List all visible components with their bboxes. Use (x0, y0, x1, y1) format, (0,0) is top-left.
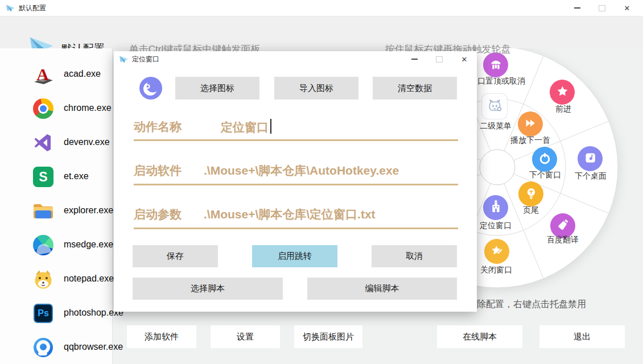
tray-hint: 删除配置，右键点击托盘禁用 (468, 299, 586, 311)
wheel-label-next-window: 下个窗口 (529, 170, 561, 180)
wheel-label-play-next: 播放下一首 (510, 135, 550, 146)
wheel-item-submenu[interactable] (482, 94, 507, 119)
autocad-icon: A (32, 63, 55, 86)
sidebar-item-qqbrowser[interactable]: qqbrowser.exe (0, 330, 112, 364)
sidebar-item-photoshop[interactable]: Ps photoshop.exe (0, 296, 112, 330)
sidebar: A acad.exe chrome.exe devenv.exe S et.ex… (0, 48, 113, 364)
launch-params-label: 启动参数 (134, 206, 182, 222)
wheel-item-forward[interactable] (550, 80, 575, 105)
launch-software-input[interactable]: .\Mouse+\脚本仓库\AutoHotkey.exe (204, 163, 399, 179)
launch-params-input[interactable]: .\Mouse+\脚本仓库\定位窗口.txt (204, 206, 376, 222)
wheel-label-page-end: 页尾 (523, 205, 539, 216)
wps-spreadsheet-icon: S (32, 166, 55, 188)
clear-data-button[interactable]: 清空数据 (373, 77, 457, 100)
folder-icon (32, 200, 55, 222)
choose-icon-button[interactable]: 选择图标 (175, 77, 259, 100)
wheel-item-page-end[interactable] (518, 181, 543, 206)
edge-icon (32, 234, 55, 257)
add-software-button[interactable]: 添加软件 (127, 325, 196, 348)
save-button[interactable]: 保存 (133, 245, 218, 267)
wheel-item-next-window[interactable] (532, 147, 557, 172)
wheel-item-window-pin[interactable] (483, 52, 508, 77)
pavilion-icon (488, 56, 504, 74)
edit-script-button[interactable]: 编辑脚本 (307, 278, 457, 300)
dialog-close-button[interactable]: ✕ (452, 51, 477, 67)
wheel-label-close-window: 关闭窗口 (480, 265, 512, 275)
power-icon (537, 151, 553, 168)
wheel-label-forward: 前进 (555, 104, 571, 114)
wheel-item-play-next[interactable] (518, 111, 543, 136)
moon-icon[interactable] (139, 77, 162, 100)
window-title: 默认配置 (19, 3, 46, 13)
next-track-icon (523, 115, 538, 133)
enable-jump-button[interactable]: 启用跳转 (252, 245, 337, 267)
lightbulb-icon (524, 185, 539, 203)
wheel-item-next-desktop[interactable] (578, 146, 603, 171)
field-underline (134, 228, 458, 229)
wheel-label-baidu-translate: 百度翻译 (547, 235, 579, 245)
switch-panel-image-button[interactable]: 切换面板图片 (294, 325, 362, 348)
exit-button[interactable]: 退出 (539, 325, 625, 348)
wheel-item-close-window[interactable] (484, 239, 509, 264)
paper-plane-icon (119, 55, 129, 64)
sidebar-item-chrome[interactable]: chrome.exe (0, 92, 112, 126)
music-note-icon (583, 150, 598, 168)
dialog-title: 定位窗口 (132, 55, 159, 64)
bottle-icon (555, 217, 571, 235)
sidebar-item-notepad[interactable]: notepad.exe (0, 262, 112, 296)
app-window: 默认配置 ✕ 默认配置 单击Ctrl键或鼠标中键触发面板 按住鼠标右键再拖动触发… (0, 0, 643, 364)
wheel-label-locate-window: 定位窗口 (480, 221, 512, 231)
import-icon-button[interactable]: 导入图标 (274, 77, 358, 100)
field-underline (134, 184, 458, 185)
star-pencil-icon (489, 243, 505, 260)
chrome-icon (32, 97, 55, 120)
wheel-label-next-desktop: 下个桌面 (575, 171, 607, 181)
sidebar-item-devenv[interactable]: devenv.exe (0, 126, 112, 160)
qqbrowser-icon (32, 336, 55, 359)
sidebar-item-acad[interactable]: A acad.exe (0, 57, 112, 92)
header: 默认配置 单击Ctrl键或鼠标中键触发面板 按住鼠标右键再拖动触发轮盘 (0, 16, 643, 48)
wheel-item-locate-window[interactable] (483, 195, 508, 220)
maximize-button[interactable] (590, 0, 615, 16)
photoshop-icon: Ps (32, 302, 55, 325)
dog-face-icon (32, 268, 55, 291)
cancel-button[interactable]: 取消 (372, 245, 457, 267)
dialog-titlebar: 定位窗口 ✕ (114, 51, 477, 67)
wheel-label-submenu: 二级菜单 (480, 121, 512, 131)
close-button[interactable]: ✕ (615, 0, 640, 16)
panda-face-icon (487, 98, 502, 115)
action-name-input[interactable]: 定位窗口 (221, 119, 271, 135)
sidebar-item-explorer[interactable]: explorer.exe (0, 194, 112, 228)
field-underline (134, 139, 458, 141)
sidebar-item-msedge[interactable]: msedge.exe (0, 228, 112, 262)
settings-button[interactable]: 设置 (211, 325, 280, 348)
main-titlebar: 默认配置 ✕ (0, 0, 643, 16)
sidebar-item-et[interactable]: S et.exe (0, 160, 112, 194)
minimize-button[interactable] (564, 0, 590, 16)
launch-software-label: 启动软件 (134, 163, 182, 179)
star-badge-icon (555, 84, 570, 101)
visual-studio-icon (32, 131, 55, 154)
wheel-label-window-pin: 口置顶或取消 (477, 76, 525, 86)
svg-text:A: A (36, 65, 49, 84)
online-scripts-button[interactable]: 在线脚本 (437, 325, 522, 348)
dialog-minimize-button[interactable] (402, 51, 427, 67)
action-name-label: 动作名称 (134, 119, 182, 135)
dialog-maximize-button[interactable] (427, 51, 452, 67)
paper-plane-icon (6, 4, 15, 13)
choose-script-button[interactable]: 选择脚本 (133, 278, 283, 300)
building-icon (488, 199, 504, 217)
locate-window-dialog: 定位窗口 ✕ 选择图标 导入图标 清空数据 动作名称 定位窗口 启动软件 .\M… (114, 51, 477, 312)
